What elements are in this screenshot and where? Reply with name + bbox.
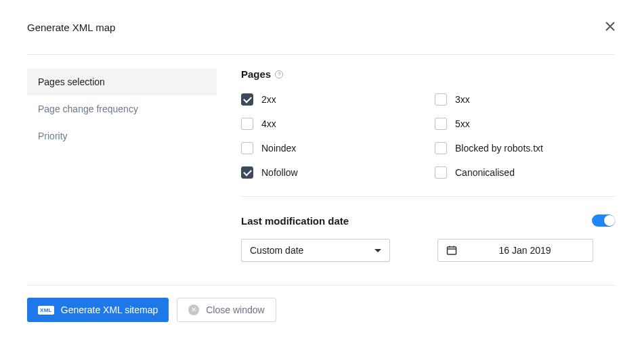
calendar-icon bbox=[446, 245, 457, 256]
checkbox-label: 4xx bbox=[261, 118, 276, 129]
generate-xml-modal: Generate XML map Pages selection Page ch… bbox=[0, 0, 642, 338]
checkbox-icon bbox=[241, 118, 253, 130]
pages-title-text: Pages bbox=[241, 68, 271, 80]
checkbox-icon bbox=[241, 166, 253, 179]
checkbox-label: Noindex bbox=[261, 143, 296, 154]
checkbox-label: 2xx bbox=[261, 94, 276, 105]
checkbox-icon bbox=[241, 93, 253, 106]
sidebar-item-label: Priority bbox=[38, 131, 68, 141]
date-controls: Custom date 16 Jan 2019 bbox=[241, 239, 615, 262]
date-picker[interactable]: 16 Jan 2019 bbox=[437, 239, 593, 262]
generate-xml-button[interactable]: XML Generate XML sitemap bbox=[27, 298, 169, 322]
checkbox-2xx[interactable]: 2xx bbox=[241, 93, 421, 106]
checkbox-label: 3xx bbox=[455, 94, 470, 105]
select-value: Custom date bbox=[250, 245, 303, 256]
checkbox-nofollow[interactable]: Nofollow bbox=[241, 166, 421, 179]
checkbox-canonicalised[interactable]: Canonicalised bbox=[435, 166, 615, 179]
sidebar-item-priority[interactable]: Priority bbox=[27, 122, 217, 150]
checkbox-3xx[interactable]: 3xx bbox=[435, 93, 615, 106]
close-icon[interactable] bbox=[605, 22, 615, 34]
chevron-down-icon bbox=[374, 249, 381, 252]
date-value: 16 Jan 2019 bbox=[465, 245, 584, 256]
checkbox-icon bbox=[435, 166, 447, 179]
modal-body: Pages selection Page change frequency Pr… bbox=[27, 55, 615, 285]
checkbox-icon bbox=[241, 142, 253, 154]
close-circle-icon: ✕ bbox=[188, 304, 199, 315]
checkbox-label: Blocked by robots.txt bbox=[455, 143, 543, 154]
svg-rect-0 bbox=[448, 247, 456, 254]
help-icon[interactable]: ? bbox=[275, 70, 283, 78]
date-section: Last modification date Custom date 1 bbox=[241, 214, 615, 262]
button-label: Close window bbox=[206, 304, 264, 315]
sidebar-item-page-change-frequency[interactable]: Page change frequency bbox=[27, 95, 217, 122]
modal-footer: XML Generate XML sitemap ✕ Close window bbox=[27, 285, 615, 322]
xml-icon: XML bbox=[38, 306, 54, 315]
checkbox-blocked-robots[interactable]: Blocked by robots.txt bbox=[435, 142, 615, 154]
modal-title: Generate XML map bbox=[27, 22, 115, 33]
pages-checkbox-grid: 2xx 3xx 4xx 5xx Noindex bbox=[241, 93, 615, 197]
date-mode-select[interactable]: Custom date bbox=[241, 239, 390, 262]
checkbox-icon bbox=[435, 118, 447, 130]
sidebar-item-label: Page change frequency bbox=[38, 104, 138, 114]
checkbox-icon bbox=[435, 142, 447, 154]
content: Pages ? 2xx 3xx 4xx 5xx bbox=[217, 68, 615, 285]
checkbox-label: Nofollow bbox=[261, 167, 298, 178]
checkbox-noindex[interactable]: Noindex bbox=[241, 142, 421, 154]
date-header: Last modification date bbox=[241, 214, 615, 227]
modal-header: Generate XML map bbox=[27, 22, 615, 55]
checkbox-label: 5xx bbox=[455, 118, 470, 129]
pages-section-title: Pages ? bbox=[241, 68, 283, 80]
checkbox-5xx[interactable]: 5xx bbox=[435, 118, 615, 130]
date-toggle[interactable] bbox=[592, 214, 615, 227]
checkbox-label: Canonicalised bbox=[455, 167, 515, 178]
button-label: Generate XML sitemap bbox=[61, 304, 158, 315]
date-title: Last modification date bbox=[241, 215, 349, 227]
sidebar: Pages selection Page change frequency Pr… bbox=[27, 68, 217, 285]
sidebar-item-pages-selection[interactable]: Pages selection bbox=[27, 68, 217, 95]
checkbox-4xx[interactable]: 4xx bbox=[241, 118, 421, 130]
close-window-button[interactable]: ✕ Close window bbox=[177, 298, 276, 322]
checkbox-icon bbox=[435, 93, 447, 106]
toggle-knob bbox=[604, 215, 615, 226]
sidebar-item-label: Pages selection bbox=[38, 76, 105, 87]
